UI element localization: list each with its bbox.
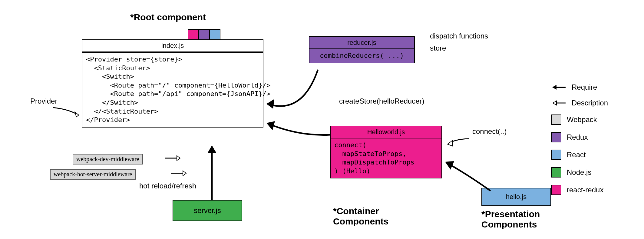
webpack-dev-middleware-chip: webpack-dev-middleware	[73, 154, 143, 164]
legend-webpack-label: Webpack	[567, 115, 597, 124]
store-label: store	[430, 44, 446, 52]
helloworld-arrow-icon	[263, 118, 333, 145]
createstore-label: createStore(helloReducer)	[339, 97, 424, 105]
reducer-body: combineReducers( ...)	[309, 49, 414, 63]
legend-webpack: Webpack	[551, 115, 636, 125]
legend-description: Description	[551, 99, 636, 107]
helloworld-box: Helloworld.js connect( mapStateToProps, …	[330, 126, 442, 178]
helloworld-body: connect( mapStateToProps, mapDispatchToP…	[331, 138, 441, 178]
solid-arrow-icon	[551, 84, 566, 91]
connect-label: connect(..)	[472, 127, 507, 136]
dispatch-functions-label: dispatch functions	[430, 32, 488, 40]
provider-arrow-icon	[51, 106, 85, 121]
swatch-green-icon	[551, 167, 561, 178]
helloworld-title: Helloworld.js	[331, 126, 441, 138]
reducer-arrow-icon	[263, 68, 324, 123]
reducer-box: reducer.js combineReducers( ...)	[309, 36, 415, 63]
index-code: <Provider store={store}> <StaticRouter> …	[82, 53, 263, 127]
index-tabstrip	[188, 29, 220, 40]
legend-node-label: Node.js	[567, 168, 591, 177]
root-component-heading: *Root component	[130, 12, 206, 22]
legend-react-label: React	[567, 151, 586, 159]
legend-react: React	[551, 150, 636, 160]
legend-require: Require	[551, 83, 636, 91]
legend-require-label: Require	[572, 83, 597, 91]
swatch-gray-icon	[551, 115, 561, 125]
webpack-hot-server-middleware-chip: webpack-hot-server-middleware	[50, 169, 136, 180]
provider-label: Provider	[30, 97, 57, 105]
presentation-components-heading: *Presentation Components	[481, 209, 540, 230]
legend-redux: Redux	[551, 132, 636, 142]
legend-redux-label: Redux	[567, 133, 588, 141]
swatch-purple-icon	[551, 132, 561, 142]
tab-purple-icon	[199, 29, 210, 40]
container-components-heading: *Container Components	[333, 206, 388, 227]
server-arrow-icon	[200, 142, 224, 203]
index-title: index.js	[82, 40, 263, 53]
legend: Require Description Webpack Redux React …	[551, 76, 636, 202]
legend-description-label: Description	[572, 99, 608, 107]
reducer-title: reducer.js	[309, 37, 414, 49]
swatch-blue-icon	[551, 150, 561, 160]
wdm-arrow-icon	[163, 154, 188, 164]
open-arrow-icon	[551, 99, 566, 107]
legend-reactredux-label: react-redux	[567, 186, 603, 194]
server-box: server.js	[173, 200, 242, 221]
whsm-arrow-icon	[170, 170, 194, 179]
tab-blue-icon	[210, 29, 220, 40]
tab-pink-icon	[188, 29, 199, 40]
server-title: server.js	[194, 206, 221, 215]
hot-reload-label: hot reload/refresh	[139, 182, 196, 190]
hello-title: hello.js	[506, 193, 527, 201]
swatch-pink-icon	[551, 185, 561, 195]
connect-arrow-icon	[445, 136, 472, 148]
legend-react-redux: react-redux	[551, 185, 636, 195]
index-box: index.js <Provider store={store}> <Stati…	[82, 39, 263, 128]
hello-box: hello.js	[481, 188, 551, 206]
legend-node: Node.js	[551, 167, 636, 178]
